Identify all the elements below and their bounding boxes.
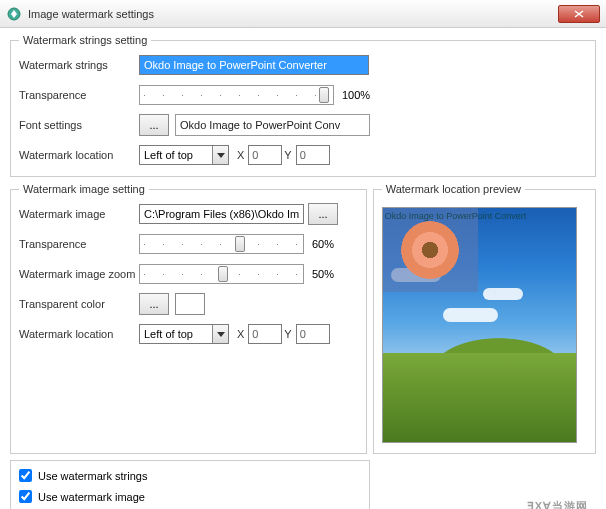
app-icon bbox=[6, 6, 22, 22]
watermark-image-input[interactable] bbox=[139, 204, 304, 224]
image-zoom-value: 50% bbox=[312, 268, 334, 280]
strings-y-label: Y bbox=[284, 149, 291, 161]
image-transparence-value: 60% bbox=[312, 238, 334, 250]
browse-image-button[interactable]: ... bbox=[308, 203, 338, 225]
strings-location-label: Watermark location bbox=[19, 149, 139, 161]
image-transparence-label: Transparence bbox=[19, 238, 139, 250]
image-location-dropdown[interactable]: Left of top bbox=[139, 324, 229, 344]
close-button[interactable] bbox=[558, 5, 600, 23]
image-transparence-slider[interactable] bbox=[139, 234, 304, 254]
strings-transparence-label: Transparence bbox=[19, 89, 139, 101]
strings-transparence-slider[interactable] bbox=[139, 85, 334, 105]
strings-transparence-value: 100% bbox=[342, 89, 370, 101]
image-location-label: Watermark location bbox=[19, 328, 139, 340]
strings-label: Watermark strings bbox=[19, 59, 139, 71]
window-title: Image watermark settings bbox=[28, 8, 558, 20]
preview-image: Okdo Image to PowerPoint Convert bbox=[382, 207, 577, 443]
image-y-input[interactable] bbox=[296, 324, 330, 344]
image-path-label: Watermark image bbox=[19, 208, 139, 220]
image-legend: Watermark image setting bbox=[19, 183, 149, 195]
strings-x-label: X bbox=[237, 149, 244, 161]
use-image-label: Use watermark image bbox=[38, 491, 145, 503]
strings-location-value: Left of top bbox=[144, 149, 193, 161]
use-image-checkbox[interactable] bbox=[19, 490, 32, 503]
watermark-strings-input[interactable] bbox=[139, 55, 369, 75]
use-strings-label: Use watermark strings bbox=[38, 470, 147, 482]
watermark-image-group: Watermark image setting Watermark image … bbox=[10, 183, 367, 454]
chevron-down-icon bbox=[212, 146, 228, 164]
branding-watermark: ƎXⱯ当游网 bbox=[527, 496, 588, 509]
strings-x-input[interactable] bbox=[248, 145, 282, 165]
font-preview: Okdo Image to PowerPoint Conv bbox=[175, 114, 370, 136]
strings-y-input[interactable] bbox=[296, 145, 330, 165]
image-zoom-label: Watermark image zoom bbox=[19, 268, 139, 280]
font-settings-button[interactable]: ... bbox=[139, 114, 169, 136]
transparent-color-label: Transparent color bbox=[19, 298, 139, 310]
watermark-strings-group: Watermark strings setting Watermark stri… bbox=[10, 34, 596, 177]
image-location-value: Left of top bbox=[144, 328, 193, 340]
image-x-input[interactable] bbox=[248, 324, 282, 344]
strings-location-dropdown[interactable]: Left of top bbox=[139, 145, 229, 165]
image-zoom-slider[interactable] bbox=[139, 264, 304, 284]
image-x-label: X bbox=[237, 328, 244, 340]
preview-group: Watermark location preview Okdo Image to… bbox=[373, 183, 596, 454]
chevron-down-icon bbox=[212, 325, 228, 343]
transparent-color-swatch[interactable] bbox=[175, 293, 205, 315]
transparent-color-button[interactable]: ... bbox=[139, 293, 169, 315]
image-y-label: Y bbox=[284, 328, 291, 340]
use-watermark-group: Use watermark strings Use watermark imag… bbox=[10, 460, 370, 509]
preview-watermark-text: Okdo Image to PowerPoint Convert bbox=[385, 211, 577, 221]
strings-legend: Watermark strings setting bbox=[19, 34, 151, 46]
preview-legend: Watermark location preview bbox=[382, 183, 525, 195]
titlebar: Image watermark settings bbox=[0, 0, 606, 28]
use-strings-checkbox[interactable] bbox=[19, 469, 32, 482]
font-settings-label: Font settings bbox=[19, 119, 139, 131]
flower-icon bbox=[401, 221, 459, 279]
